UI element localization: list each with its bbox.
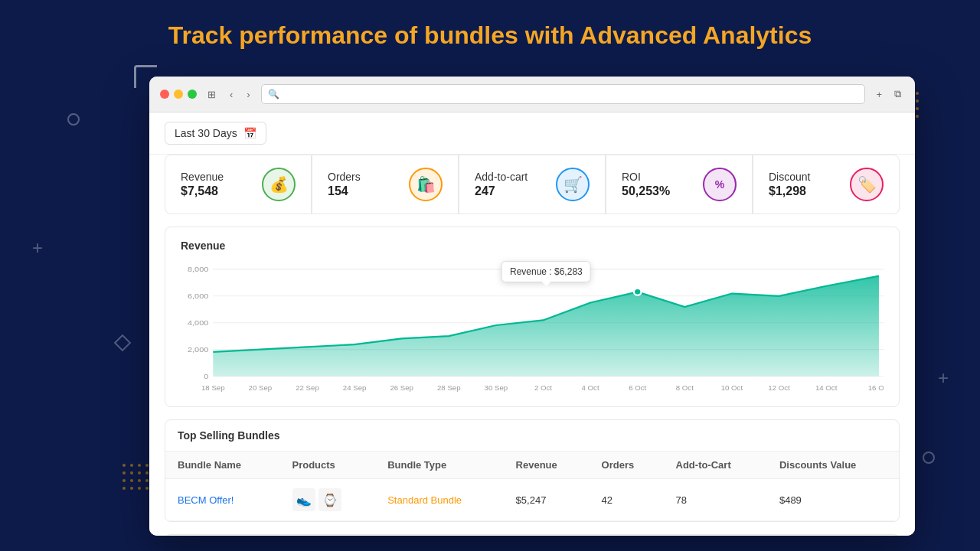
svg-text:10 Oct: 10 Oct bbox=[721, 385, 743, 392]
col-orders: Orders bbox=[590, 452, 664, 479]
calendar-icon: 📅 bbox=[243, 127, 256, 139]
svg-text:8,000: 8,000 bbox=[188, 266, 208, 273]
top-bundles-tbody: BECM Offer! 👟 ⌚ Standard Bundle $5,247 bbox=[165, 479, 899, 521]
bundle-name-link[interactable]: BECM Offer! bbox=[178, 494, 234, 506]
stat-label-addtocart: Add-to-cart bbox=[475, 171, 528, 183]
discounts-cell: $489 bbox=[767, 479, 899, 521]
svg-text:12 Oct: 12 Oct bbox=[768, 385, 790, 392]
col-bundle-type: Bundle Type bbox=[375, 452, 503, 479]
chart-area bbox=[213, 276, 879, 377]
address-bar[interactable]: 🔍 bbox=[261, 84, 866, 104]
new-tab-btn[interactable]: + bbox=[873, 86, 885, 102]
svg-text:20 Sep: 20 Sep bbox=[249, 385, 273, 392]
top-bundles-table: Bundle Name Products Bundle Type Revenue… bbox=[165, 452, 899, 521]
revenue-chart: 8,000 6,000 4,000 2,000 0 bbox=[181, 261, 884, 399]
page-title: Track performance of bundles with Advanc… bbox=[0, 21, 980, 50]
svg-text:6 Oct: 6 Oct bbox=[629, 385, 647, 392]
stat-card-roi: ROI 50,253% % bbox=[606, 155, 753, 214]
search-icon: 🔍 bbox=[268, 89, 279, 99]
svg-text:4 Oct: 4 Oct bbox=[582, 385, 600, 392]
svg-text:22 Sep: 22 Sep bbox=[296, 385, 319, 392]
stat-label-revenue: Revenue bbox=[181, 171, 224, 183]
col-bundle-name: Bundle Name bbox=[165, 452, 280, 479]
traffic-lights bbox=[160, 90, 197, 99]
svg-text:26 Sep: 26 Sep bbox=[390, 385, 413, 392]
svg-text:24 Sep: 24 Sep bbox=[343, 385, 367, 392]
svg-text:4,000: 4,000 bbox=[188, 318, 208, 326]
col-discounts-value: Discounts Value bbox=[767, 452, 899, 479]
addtocart-cell: 78 bbox=[664, 479, 767, 521]
col-revenue: Revenue bbox=[504, 452, 590, 479]
svg-text:16 Oct: 16 Oct bbox=[868, 385, 884, 392]
stat-card-discount: Discount $1,298 🏷️ bbox=[753, 155, 900, 214]
bundle-name-cell: BECM Offer! bbox=[165, 479, 280, 521]
stat-value-addtocart: 247 bbox=[475, 184, 528, 198]
top-bundles-section: Top Selling Bundles Bundle Name Products… bbox=[165, 419, 900, 522]
forward-btn[interactable]: › bbox=[243, 87, 253, 102]
svg-text:18 Sep: 18 Sep bbox=[201, 385, 225, 392]
chart-container: Revenue : $6,283 8,000 6,000 4,000 2,000… bbox=[181, 261, 884, 399]
chart-title: Revenue bbox=[181, 240, 884, 252]
bundle-type-cell: Standard Bundle bbox=[375, 479, 503, 521]
svg-text:6,000: 6,000 bbox=[188, 292, 208, 300]
stat-card-orders: Orders 154 🛍️ bbox=[312, 155, 459, 214]
sidebar-btn[interactable]: ⧉ bbox=[891, 86, 904, 102]
stat-label-discount: Discount bbox=[769, 171, 810, 183]
back-btn[interactable]: ‹ bbox=[227, 87, 236, 102]
product-icon-sneaker: 👟 bbox=[292, 488, 315, 511]
browser-window: ⊞ ‹ › 🔍 + ⧉ Last 30 Days 📅 Revenue $7,54… bbox=[149, 77, 915, 536]
col-products: Products bbox=[280, 452, 376, 479]
deco-plus-1: + bbox=[32, 237, 43, 259]
filter-bar: Last 30 Days 📅 bbox=[149, 112, 915, 155]
svg-text:28 Sep: 28 Sep bbox=[437, 385, 461, 392]
deco-diamond-1 bbox=[114, 334, 132, 352]
deco-plus-2: + bbox=[938, 367, 949, 389]
product-icons: 👟 ⌚ bbox=[292, 488, 364, 511]
product-icon-watch: ⌚ bbox=[318, 488, 341, 511]
bundle-type-value: Standard Bundle bbox=[387, 494, 462, 506]
chart-section: Revenue Revenue : $6,283 8,000 6,000 4, bbox=[165, 227, 900, 407]
top-bundles-title: Top Selling Bundles bbox=[165, 420, 899, 452]
window-layout-btn[interactable]: ⊞ bbox=[204, 87, 219, 102]
date-range-label: Last 30 Days bbox=[175, 127, 237, 139]
stat-icon-roi: % bbox=[703, 168, 737, 201]
chart-tooltip-dot bbox=[634, 289, 642, 295]
stat-card-addtocart: Add-to-cart 247 🛒 bbox=[459, 155, 606, 214]
date-picker[interactable]: Last 30 Days 📅 bbox=[165, 122, 266, 145]
stat-value-orders: 154 bbox=[328, 184, 361, 198]
stat-label-orders: Orders bbox=[328, 171, 361, 183]
svg-text:8 Oct: 8 Oct bbox=[676, 385, 694, 392]
stat-label-roi: ROI bbox=[622, 171, 670, 183]
products-cell: 👟 ⌚ bbox=[280, 479, 376, 521]
stat-info-roi: ROI 50,253% bbox=[622, 171, 670, 198]
stat-icon-addtocart: 🛒 bbox=[556, 168, 590, 201]
svg-text:0: 0 bbox=[204, 372, 208, 380]
svg-text:2,000: 2,000 bbox=[188, 345, 208, 353]
stat-value-discount: $1,298 bbox=[769, 184, 810, 198]
stat-icon-discount: 🏷️ bbox=[850, 168, 884, 201]
stat-info-discount: Discount $1,298 bbox=[769, 171, 810, 198]
svg-text:30 Sep: 30 Sep bbox=[485, 385, 508, 392]
stat-info-revenue: Revenue $7,548 bbox=[181, 171, 224, 198]
stat-icon-orders: 🛍️ bbox=[409, 168, 443, 201]
traffic-light-red[interactable] bbox=[160, 90, 169, 99]
stat-info-addtocart: Add-to-cart 247 bbox=[475, 171, 528, 198]
orders-section: Orders Order Date Total Discount #1247 bbox=[165, 534, 900, 536]
svg-text:2 Oct: 2 Oct bbox=[534, 385, 553, 392]
table-row: BECM Offer! 👟 ⌚ Standard Bundle $5,247 bbox=[165, 479, 899, 521]
stats-row: Revenue $7,548 💰 Orders 154 🛍️ Add-to-ca… bbox=[149, 155, 915, 227]
traffic-light-yellow[interactable] bbox=[174, 90, 183, 99]
browser-chrome: ⊞ ‹ › 🔍 + ⧉ bbox=[149, 77, 915, 112]
deco-circle-1 bbox=[67, 113, 80, 126]
revenue-cell: $5,247 bbox=[504, 479, 590, 521]
svg-text:14 Oct: 14 Oct bbox=[815, 385, 838, 392]
browser-actions: + ⧉ bbox=[873, 86, 904, 102]
orders-cell: 42 bbox=[590, 479, 664, 521]
stat-card-revenue: Revenue $7,548 💰 bbox=[165, 155, 312, 214]
top-bundles-thead: Bundle Name Products Bundle Type Revenue… bbox=[165, 452, 899, 479]
deco-circle-2 bbox=[923, 452, 935, 464]
orders-title: Orders bbox=[165, 535, 899, 536]
traffic-light-green[interactable] bbox=[188, 90, 197, 99]
browser-content: Last 30 Days 📅 Revenue $7,548 💰 Orders 1… bbox=[149, 112, 915, 536]
stat-value-roi: 50,253% bbox=[622, 184, 670, 198]
